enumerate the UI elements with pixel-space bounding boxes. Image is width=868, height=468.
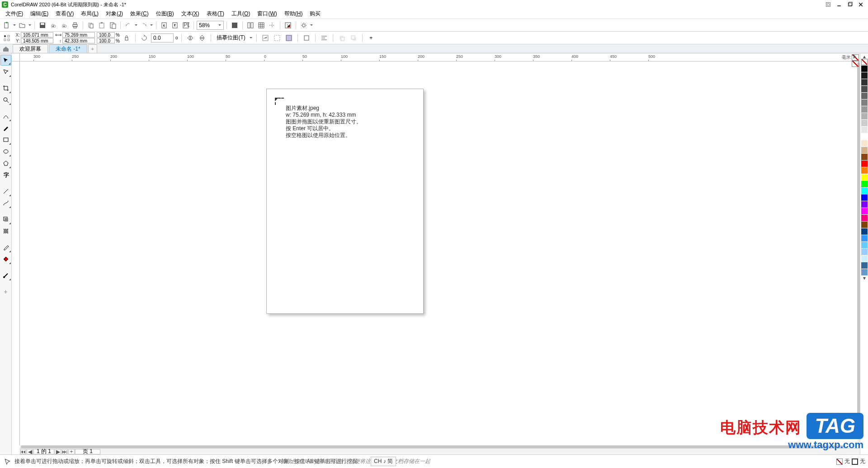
- menu-对象[interactable]: 对象(J): [102, 9, 127, 19]
- color-swatch[interactable]: [861, 140, 868, 147]
- color-swatch[interactable]: [861, 249, 868, 255]
- color-swatch[interactable]: [861, 201, 868, 208]
- undo-dropdown[interactable]: [134, 23, 138, 27]
- wrap-text-button[interactable]: [302, 33, 311, 43]
- order-back-button[interactable]: [349, 33, 359, 43]
- launch-button[interactable]: [283, 20, 293, 30]
- x-position[interactable]: [21, 32, 53, 38]
- mirror-v-button[interactable]: [197, 33, 207, 43]
- open-dropdown[interactable]: [28, 23, 32, 27]
- order-front-button[interactable]: [337, 33, 347, 43]
- color-swatch[interactable]: [861, 93, 868, 99]
- rectangle-tool[interactable]: [0, 134, 11, 145]
- page-add[interactable]: +: [68, 449, 75, 454]
- lock-ratio-button[interactable]: [122, 33, 132, 43]
- menu-编辑[interactable]: 编辑(E): [27, 9, 52, 19]
- pick-tool[interactable]: [0, 55, 11, 66]
- color-swatch[interactable]: [861, 269, 868, 275]
- menu-帮助[interactable]: 帮助(H): [281, 9, 307, 19]
- fill-indicator[interactable]: [836, 459, 843, 465]
- color-swatch[interactable]: [861, 242, 868, 248]
- menu-表格[interactable]: 表格(T): [203, 9, 228, 19]
- color-swatch[interactable]: [861, 262, 868, 269]
- color-swatch[interactable]: [861, 161, 868, 167]
- text-tool[interactable]: 字: [0, 170, 11, 180]
- color-swatch[interactable]: [861, 79, 868, 85]
- open-button[interactable]: [17, 20, 27, 30]
- import-button[interactable]: [159, 20, 169, 30]
- color-swatch[interactable]: [861, 255, 868, 262]
- tab-welcome[interactable]: 欢迎屏幕: [13, 44, 48, 53]
- menu-布局[interactable]: 布局(L): [77, 9, 102, 19]
- color-swatch[interactable]: [861, 106, 868, 113]
- color-swatch[interactable]: [861, 99, 868, 106]
- color-swatch[interactable]: [861, 154, 868, 160]
- profile-icon[interactable]: [823, 0, 833, 9]
- object-height[interactable]: [62, 38, 95, 43]
- redo-dropdown[interactable]: [150, 23, 153, 27]
- cloud-up-button[interactable]: [48, 20, 58, 30]
- parallel-dimension-tool[interactable]: [0, 186, 11, 197]
- print-button[interactable]: [70, 20, 80, 30]
- mirror-h-button[interactable]: [185, 33, 195, 43]
- publish-pdf-button[interactable]: PDF: [181, 20, 191, 30]
- rotation-angle[interactable]: 0.0: [151, 33, 174, 43]
- color-swatch[interactable]: [861, 113, 868, 119]
- scale-y[interactable]: [97, 38, 115, 43]
- tab-add[interactable]: +: [88, 44, 97, 53]
- ime-indicator[interactable]: CH ♪ 简: [371, 457, 396, 466]
- copy-button[interactable]: [86, 20, 96, 30]
- y-position[interactable]: [21, 38, 53, 43]
- trace-dropdown[interactable]: [249, 36, 253, 40]
- crop-bitmap-button[interactable]: [284, 33, 294, 43]
- align-button[interactable]: [319, 33, 329, 43]
- color-swatch[interactable]: [861, 167, 868, 174]
- color-swatch[interactable]: [861, 215, 868, 221]
- drop-shadow-tool[interactable]: [0, 214, 11, 225]
- page-first[interactable]: ⏮: [20, 449, 26, 454]
- color-swatch[interactable]: [861, 86, 868, 92]
- menu-购买[interactable]: 购买: [306, 9, 324, 19]
- menu-效果[interactable]: 效果(C): [127, 9, 152, 19]
- drawing-viewport[interactable]: 图片素材.jpeg w: 75.269 mm, h: 42.333 mm 图图并…: [20, 61, 857, 445]
- color-swatch[interactable]: [861, 188, 868, 194]
- freehand-tool[interactable]: [0, 111, 11, 122]
- color-swatch[interactable]: [861, 66, 868, 72]
- edit-bitmap-button[interactable]: [260, 33, 270, 43]
- color-swatch[interactable]: [861, 147, 868, 153]
- undo-button[interactable]: [123, 20, 133, 30]
- export-button[interactable]: [170, 20, 180, 30]
- color-eyedropper-tool[interactable]: [0, 242, 11, 253]
- color-swatch[interactable]: [861, 208, 868, 214]
- palette-up[interactable]: ▴: [861, 54, 868, 59]
- menu-窗口[interactable]: 窗口(W): [254, 9, 280, 19]
- transparency-tool[interactable]: [0, 226, 11, 236]
- horizontal-ruler[interactable]: 毫米 3002502001501005005010015020025030035…: [20, 53, 860, 61]
- polygon-tool[interactable]: [0, 158, 11, 169]
- fullscreen-button[interactable]: [230, 20, 240, 30]
- object-width[interactable]: [62, 32, 95, 38]
- cloud-down-button[interactable]: [59, 20, 69, 30]
- ruler-origin[interactable]: [12, 53, 20, 61]
- color-swatch[interactable]: [861, 222, 868, 228]
- trace-bitmap-button[interactable]: 描摹位图(T): [215, 34, 247, 42]
- guidelines-button[interactable]: [267, 20, 277, 30]
- menu-查看[interactable]: 查看(V): [52, 9, 77, 19]
- color-swatch[interactable]: [861, 127, 868, 133]
- zoom-tool[interactable]: [0, 95, 11, 105]
- connector-tool[interactable]: [0, 198, 11, 208]
- tab-document[interactable]: 未命名 -1*: [49, 44, 87, 53]
- palette-flyout[interactable]: [854, 53, 858, 60]
- artistic-media-tool[interactable]: [0, 123, 11, 133]
- page-next[interactable]: ▶: [55, 449, 61, 454]
- add-tool-button[interactable]: +: [0, 286, 11, 297]
- menu-位图[interactable]: 位图(B): [152, 9, 178, 19]
- object-origin-button[interactable]: [2, 33, 12, 43]
- minimize-button[interactable]: [834, 0, 844, 9]
- color-swatch[interactable]: [861, 235, 868, 241]
- snap-to-button[interactable]: [245, 20, 255, 30]
- color-swatch[interactable]: [861, 174, 868, 180]
- close-button[interactable]: [856, 0, 866, 9]
- v-scrollbar[interactable]: [857, 61, 860, 445]
- menu-工具[interactable]: 工具(O): [228, 9, 254, 19]
